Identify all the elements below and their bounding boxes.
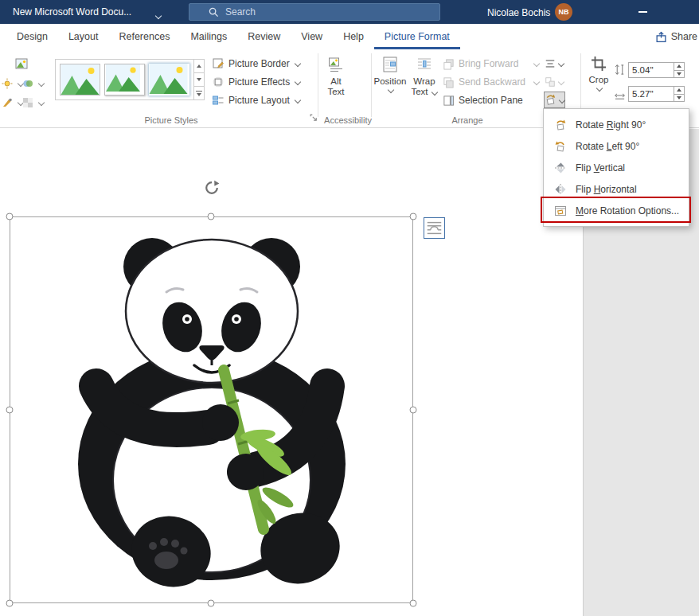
picture-style-3[interactable]	[149, 64, 189, 96]
position-button[interactable]: Position	[373, 56, 407, 93]
tab-picture-format[interactable]: Picture Format	[374, 24, 460, 49]
selection-handle-bottom-left[interactable]	[6, 600, 14, 607]
spin-up-icon[interactable]	[674, 63, 684, 71]
gallery-more-button[interactable]	[194, 87, 204, 99]
selection-pane-button[interactable]: Selection Pane	[443, 92, 540, 108]
tab-mailings[interactable]: Mailings	[180, 24, 237, 49]
align-icon	[545, 58, 556, 69]
search-input[interactable]	[225, 6, 416, 18]
wrap-text-button[interactable]: Wrap Text	[408, 56, 440, 97]
share-label: Share	[671, 31, 697, 42]
corrections-icon	[2, 78, 13, 89]
color-icon	[22, 78, 33, 89]
menu-label: Flip	[576, 162, 594, 173]
menu-item-rotate-right-90[interactable]: Rotate Right 90°	[544, 114, 689, 135]
picture-layout-icon	[212, 94, 225, 107]
picture-border-button[interactable]: Picture Border	[212, 56, 301, 72]
alt-text-label-2: Text	[327, 87, 344, 97]
bring-forward-icon	[443, 58, 455, 70]
gallery-scroll-up-button[interactable]	[194, 60, 204, 73]
group-label-picture-styles: Picture Styles	[111, 115, 231, 125]
align-objects-button[interactable]	[544, 55, 565, 72]
artistic-effects-icon	[2, 97, 13, 108]
picture-effects-button[interactable]: Picture Effects	[212, 74, 301, 90]
tab-review[interactable]: Review	[237, 24, 291, 49]
flip-horizontal-icon	[554, 183, 567, 196]
avatar[interactable]: NB	[555, 3, 572, 21]
alt-text-button[interactable]: Alt Text	[320, 56, 352, 97]
picture-layout-button[interactable]: Picture Layout	[212, 92, 301, 108]
wrap-text-label-1: Wrap	[413, 76, 435, 87]
rotate-objects-button[interactable]	[544, 92, 565, 108]
up-arrow-icon	[197, 64, 201, 68]
share-button[interactable]: Share	[655, 24, 699, 49]
group-objects-button[interactable]	[544, 73, 565, 90]
picture-style-2[interactable]	[104, 64, 145, 96]
more-bar-icon	[196, 91, 202, 92]
tab-layout[interactable]: Layout	[58, 24, 109, 49]
selection-handle-top-center[interactable]	[208, 213, 215, 220]
color-button[interactable]	[22, 76, 45, 92]
rotate-dropdown-menu: Rotate Right 90° Rotate Left 90° Flip Ve…	[543, 108, 689, 227]
send-backward-button[interactable]: Send Backward	[443, 74, 540, 90]
tab-references[interactable]: References	[108, 24, 180, 49]
selection-handle-top-right[interactable]	[410, 213, 417, 220]
rotate-right-icon	[554, 119, 567, 131]
picture-style-1[interactable]	[60, 64, 100, 96]
chevron-down-icon	[557, 79, 564, 85]
gallery-scroll-down-button[interactable]	[194, 73, 204, 87]
alt-text-icon	[327, 56, 345, 73]
selection-handle-top-left[interactable]	[6, 213, 14, 220]
document-title[interactable]: New Microsoft Word Docu...	[13, 6, 131, 18]
selection-handle-mid-left[interactable]	[6, 407, 14, 414]
send-backward-icon	[443, 76, 455, 88]
spin-down-icon[interactable]	[674, 71, 684, 78]
chevron-down-icon	[558, 97, 565, 103]
bring-forward-button[interactable]: Bring Forward	[443, 56, 540, 72]
selected-image-panda[interactable]	[10, 216, 413, 603]
title-chevron-down-icon[interactable]	[154, 13, 162, 19]
shape-width-input[interactable]	[628, 86, 674, 102]
shape-height-icon	[614, 64, 626, 76]
search-box[interactable]	[189, 3, 440, 21]
menu-label: orizontal	[600, 184, 636, 195]
minimize-button[interactable]	[629, 0, 656, 24]
down-arrow-icon	[197, 93, 201, 96]
artistic-effects-button[interactable]	[2, 95, 24, 111]
menu-item-flip-horizontal[interactable]: Flip Horizontal	[544, 178, 689, 200]
corrections-button[interactable]	[2, 76, 24, 92]
position-icon	[381, 56, 399, 73]
shape-width-spinner[interactable]	[674, 86, 685, 102]
spin-down-icon[interactable]	[674, 95, 684, 102]
menu-item-more-rotation-options[interactable]: More Rotation Options...	[544, 200, 689, 221]
chevron-down-icon	[533, 60, 540, 67]
crop-button[interactable]: Crop	[584, 56, 613, 92]
transparency-button[interactable]	[22, 95, 45, 111]
group-label-arrange: Arrange	[414, 115, 521, 125]
menu-item-rotate-left-90[interactable]: Rotate Left 90°	[544, 135, 689, 157]
menu-item-flip-vertical[interactable]: Flip Vertical	[544, 157, 689, 178]
crop-icon	[591, 56, 607, 72]
tab-view[interactable]: View	[291, 24, 333, 49]
tab-help[interactable]: Help	[333, 24, 374, 49]
picture-border-icon	[212, 57, 225, 70]
selection-handle-mid-right[interactable]	[410, 407, 417, 414]
layout-options-icon	[425, 219, 443, 237]
rotate-icon	[545, 94, 556, 106]
shape-height-input[interactable]	[628, 62, 674, 78]
rotate-handle-icon	[204, 180, 220, 196]
picture-effects-label: Picture Effects	[228, 76, 290, 88]
remove-background-button[interactable]	[14, 56, 29, 72]
selection-handle-bottom-center[interactable]	[208, 600, 215, 607]
menu-access-key: M	[576, 205, 584, 216]
shape-height-spinner[interactable]	[674, 62, 685, 78]
rotate-left-icon	[554, 140, 567, 153]
account-name[interactable]: Nicolae Bochis	[487, 7, 550, 18]
bring-forward-label: Bring Forward	[459, 58, 529, 69]
spin-up-icon[interactable]	[674, 87, 684, 95]
menu-label: ight 90°	[613, 119, 646, 131]
selection-handle-bottom-right[interactable]	[410, 600, 417, 607]
layout-options-button[interactable]	[424, 217, 445, 239]
tab-design[interactable]: Design	[6, 24, 58, 49]
rotation-handle[interactable]	[204, 180, 220, 199]
